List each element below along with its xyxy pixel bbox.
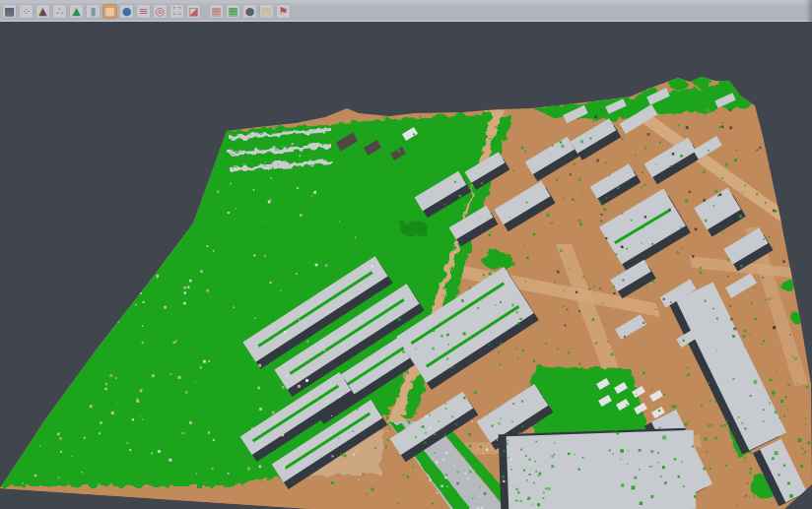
texture-dark-icon[interactable]: ▩	[2, 4, 17, 19]
toolbar-icon-strip: ▩⁘▲∴▲▮■●≡◎⛶◪▦▦●▤⚑	[0, 4, 291, 19]
profile-red-icon[interactable]: ≡	[136, 4, 151, 19]
ortho-orange-icon[interactable]: ■	[102, 4, 117, 19]
map-yellow-icon[interactable]: ▤	[259, 4, 274, 19]
points-red-icon[interactable]: ∴	[52, 4, 67, 19]
column-blue-icon[interactable]: ▮	[86, 4, 101, 19]
mesh-green-icon[interactable]: ▲	[69, 4, 84, 19]
3d-viewport[interactable]	[0, 22, 812, 509]
target-red-icon[interactable]: ◎	[153, 4, 168, 19]
mesh-brown-icon[interactable]: ▲	[35, 4, 50, 19]
extent-red-icon[interactable]: ⛶	[169, 4, 184, 19]
flag-red-icon[interactable]: ⚑	[276, 4, 291, 19]
toolbar: ▩⁘▲∴▲▮■●≡◎⛶◪▦▦●▤⚑	[0, 0, 812, 22]
sphere-dark-icon[interactable]: ●	[242, 4, 257, 19]
section-red-icon[interactable]: ◪	[186, 4, 201, 19]
grid-red-icon[interactable]: ▦	[209, 4, 224, 19]
classification-map-icon[interactable]: ▦	[226, 4, 240, 19]
align-points-icon[interactable]: ⁘	[19, 4, 34, 19]
terrain-mesh	[0, 61, 812, 509]
globe-blue-icon[interactable]: ●	[119, 4, 134, 19]
terrain-scene-canvas[interactable]	[0, 22, 812, 509]
